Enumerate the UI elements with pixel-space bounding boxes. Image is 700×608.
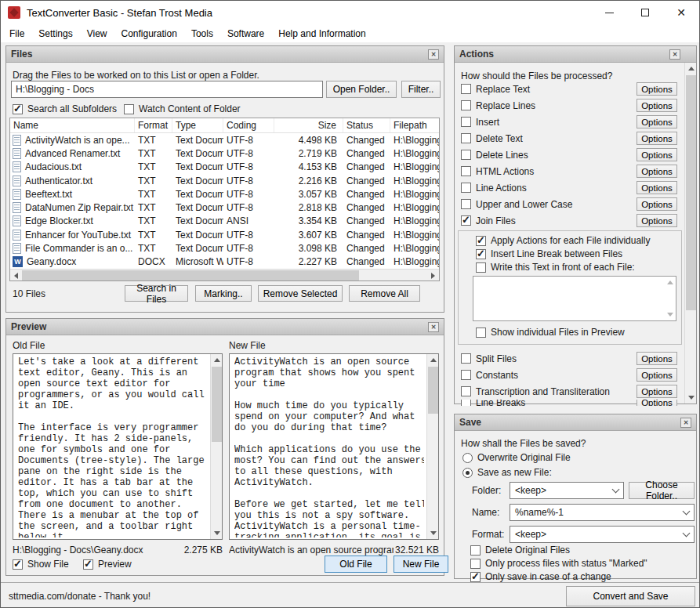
checkbox-icon[interactable] (83, 559, 93, 570)
checkbox-icon[interactable] (476, 236, 486, 246)
marking-button[interactable]: Marking.. (195, 285, 252, 302)
close-button[interactable]: ✕ (663, 1, 699, 24)
options-button[interactable]: Options (637, 82, 677, 96)
remove-all-button[interactable]: Remove All (349, 285, 420, 302)
minimize-button[interactable] (591, 1, 627, 24)
checkbox-icon[interactable] (470, 545, 481, 556)
old-file-textbox[interactable]: Let's take a look at a different text ed… (13, 353, 223, 540)
options-button[interactable]: Options (637, 99, 677, 112)
checkbox-icon[interactable] (13, 104, 23, 114)
menu-item-view[interactable]: View (80, 25, 114, 42)
new-file-button[interactable]: New File (394, 556, 448, 573)
folder-path-input[interactable]: H:\Blogging - Docs (11, 81, 323, 98)
column-header-size[interactable]: Size (274, 118, 343, 132)
table-row[interactable]: Edge Blocker.txtTXTText Docum...ANSI3.35… (10, 215, 439, 228)
options-button[interactable]: Options (637, 352, 677, 365)
old-file-button[interactable]: Old File (325, 556, 387, 573)
checkbox-icon[interactable] (461, 183, 471, 193)
watch-folder-checkbox[interactable]: Watch Content of Folder (124, 103, 241, 114)
checkbox-icon[interactable] (461, 353, 471, 364)
checkbox-icon[interactable] (461, 150, 471, 160)
options-button[interactable]: Options (637, 368, 677, 382)
remove-selected-button[interactable]: Remove Selected (258, 285, 343, 302)
scroll-up-icon[interactable] (211, 354, 223, 366)
column-header-filepath[interactable]: Filepath (390, 118, 439, 132)
hscroll-thumb[interactable] (22, 270, 359, 280)
filter-button[interactable]: Filter.. (401, 81, 441, 98)
open-folder-button[interactable]: Open Folder.. (326, 81, 397, 98)
checkbox-icon[interactable] (461, 386, 471, 396)
menu-item-software[interactable]: Software (220, 25, 271, 42)
options-button[interactable]: Options (637, 181, 677, 194)
checkbox-icon[interactable] (461, 215, 471, 226)
column-header-status[interactable]: Status (343, 118, 390, 132)
table-row[interactable]: Authenticator.txtTXTText Docum...UTF-82.… (10, 174, 439, 187)
table-row[interactable]: File Commander is an o...TXTText Docum..… (10, 241, 439, 255)
apply-individually-checkbox[interactable]: Apply Actions for each File individually (476, 235, 650, 246)
radio-icon[interactable] (462, 453, 473, 463)
preview-panel-close-icon[interactable]: ✕ (428, 322, 439, 332)
only-changed-checkbox[interactable]: Only save in case of a change (470, 571, 611, 582)
options-button[interactable]: Options (637, 197, 677, 211)
checkbox-icon[interactable] (470, 572, 481, 582)
checkbox-icon[interactable] (13, 559, 23, 570)
convert-and-save-button[interactable]: Convert and Save (566, 586, 695, 606)
menu-item-tools[interactable]: Tools (184, 25, 220, 42)
front-text-vscrollbar[interactable] (664, 277, 676, 320)
table-row[interactable]: DataNumen Zip Repair.txtTXTText Docum...… (10, 201, 439, 214)
checkbox-icon[interactable] (461, 400, 471, 406)
delete-original-checkbox[interactable]: Delete Original Files (470, 545, 570, 556)
table-row[interactable]: ActivityWatch is an ope...TXTText Docum.… (10, 133, 439, 147)
checkbox-icon[interactable] (461, 100, 471, 110)
front-text-input[interactable] (473, 276, 676, 321)
table-row[interactable]: Enhancer for YouTube.txtTXTText Docum...… (10, 228, 439, 241)
vscroll-thumb[interactable] (686, 75, 696, 310)
actions-panel-close-icon[interactable]: ✕ (669, 49, 680, 60)
new-file-vscrollbar[interactable] (426, 354, 438, 539)
options-button[interactable]: Options (637, 165, 677, 178)
options-button[interactable]: Options (637, 385, 677, 398)
save-panel-close-icon[interactable]: ✕ (680, 418, 691, 428)
scroll-up-icon[interactable] (427, 354, 439, 366)
scroll-down-icon[interactable] (211, 527, 223, 539)
options-button[interactable]: Options (637, 214, 677, 227)
maximize-button[interactable] (627, 1, 663, 24)
options-button[interactable]: Options (637, 115, 677, 128)
old-file-vscrollbar[interactable] (210, 354, 222, 539)
scroll-down-icon[interactable] (685, 392, 697, 404)
checkbox-icon[interactable] (461, 84, 471, 94)
show-individual-checkbox[interactable]: Show individual Files in Preview (476, 327, 625, 338)
column-header-coding[interactable]: Coding (223, 118, 274, 132)
options-button[interactable]: Options (637, 132, 677, 145)
scroll-down-icon[interactable] (427, 527, 439, 539)
scroll-up-icon[interactable] (664, 277, 676, 288)
file-table-hscrollbar[interactable] (10, 269, 439, 280)
write-text-checkbox[interactable]: Write this Text in front of each File: (476, 262, 635, 273)
vscroll-thumb[interactable] (212, 367, 222, 442)
table-row[interactable]: WGeany.docxDOCXMicrosoft W...UTF-82.227 … (10, 255, 439, 269)
scroll-down-icon[interactable] (664, 309, 676, 320)
table-row[interactable]: Advanced Renamer.txtTXTText Docum...UTF-… (10, 147, 439, 160)
column-header-name[interactable]: Name (10, 118, 135, 132)
show-file-checkbox[interactable]: Show File (13, 559, 69, 570)
menu-item-help-and-information[interactable]: Help and Information (271, 25, 372, 42)
checkbox-icon[interactable] (470, 559, 481, 569)
menu-item-settings[interactable]: Settings (31, 25, 79, 42)
overwrite-original-radio[interactable]: Overwrite Original File (462, 452, 571, 463)
checkbox-icon[interactable] (461, 166, 471, 176)
checkbox-icon[interactable] (124, 104, 134, 114)
checkbox-icon[interactable] (461, 117, 471, 127)
choose-folder-button[interactable]: Choose Folder.. (629, 482, 695, 499)
options-button[interactable]: Options (637, 148, 677, 161)
checkbox-icon[interactable] (461, 133, 471, 143)
insert-line-break-checkbox[interactable]: Insert Line Break between Files (476, 248, 622, 259)
checkbox-icon[interactable] (461, 370, 471, 380)
radio-icon[interactable] (462, 468, 473, 478)
column-header-type[interactable]: Type (172, 118, 223, 132)
folder-dropdown[interactable]: <keep> (510, 482, 624, 499)
new-file-textbox[interactable]: ActivityWatch is an open source program … (229, 353, 439, 540)
checkbox-icon[interactable] (476, 262, 486, 273)
menu-item-file[interactable]: File (2, 25, 31, 42)
files-panel-close-icon[interactable]: ✕ (428, 49, 439, 60)
search-subfolders-checkbox[interactable]: Search all Subfolders (13, 103, 117, 114)
